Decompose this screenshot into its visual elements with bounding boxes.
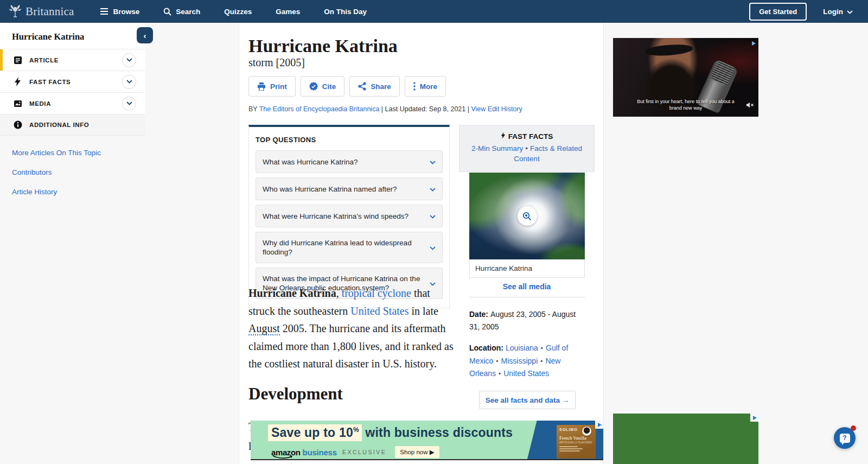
sidebar-item-additional-info[interactable]: ADDITIONAL INFO bbox=[0, 114, 145, 136]
search-icon bbox=[163, 8, 171, 16]
adchoices-icon[interactable] bbox=[749, 39, 757, 47]
britannica-logo[interactable]: Britannica bbox=[9, 4, 74, 19]
info-icon bbox=[13, 120, 22, 130]
amazon-banner-ad[interactable]: Save up to 10% with business discounts a… bbox=[251, 421, 603, 460]
more-dots-icon bbox=[413, 82, 416, 91]
sidebar-item-label: MEDIA bbox=[29, 100, 51, 107]
nav-browse[interactable]: Browse bbox=[100, 8, 139, 16]
question-item[interactable]: Why did Hurricane Katrina lead to widesp… bbox=[256, 232, 443, 263]
muted-speaker-icon[interactable] bbox=[746, 100, 754, 110]
dot-separator: • bbox=[496, 370, 503, 378]
share-button[interactable]: Share bbox=[349, 76, 400, 97]
see-all-media-link[interactable]: See all media bbox=[459, 282, 595, 291]
byline: BY The Editors of Encyclopaedia Britanni… bbox=[248, 105, 522, 113]
media-icon bbox=[13, 99, 22, 108]
lead-paragraph: Hurricane Katrina, tropical cyclone that… bbox=[248, 284, 456, 373]
tropical-cyclone-link[interactable]: tropical cyclone bbox=[342, 287, 411, 299]
sidebar-item-article[interactable]: ARTICLE bbox=[0, 49, 145, 71]
date-label: Date: bbox=[469, 310, 490, 319]
nav-games[interactable]: Games bbox=[276, 8, 300, 16]
hurricane-satellite-image[interactable] bbox=[469, 173, 585, 259]
byline-updated: | Last Updated: Sep 8, 2021 | bbox=[379, 105, 471, 113]
question-item[interactable]: Who was Hurricane Katrina named after? bbox=[256, 177, 443, 200]
video-ad[interactable]: But first in your heart, here to tell yo… bbox=[613, 38, 758, 117]
chevron-down-icon[interactable] bbox=[122, 97, 136, 111]
sidebar-item-media[interactable]: MEDIA bbox=[0, 92, 145, 114]
video-caption: But first in your heart, here to tell yo… bbox=[613, 98, 758, 111]
adchoices-icon[interactable] bbox=[595, 421, 603, 429]
menu-icon bbox=[100, 8, 108, 15]
location-label: Location: bbox=[469, 344, 506, 352]
sidebar-topic-title: Hurricane Katrina bbox=[0, 23, 145, 49]
product-name: French Vanilla bbox=[559, 435, 593, 441]
united-states-link[interactable]: United States bbox=[350, 305, 409, 317]
view-edit-history-link[interactable]: View Edit History bbox=[471, 105, 522, 113]
action-toolbar: Print Cite Share More bbox=[248, 76, 446, 97]
nav-on-this-day[interactable]: On This Day bbox=[324, 8, 367, 16]
exclusive-label: EXCLUSIVE bbox=[342, 449, 386, 455]
fast-facts-title: FAST FACTS bbox=[508, 132, 553, 141]
byline-author-link[interactable]: The Editors of Encyclopaedia Britannica bbox=[259, 105, 380, 113]
headline-text: Save up to 10 bbox=[271, 425, 353, 440]
get-started-button[interactable]: Get Started bbox=[749, 3, 807, 21]
chevron-down-icon[interactable] bbox=[122, 75, 136, 89]
location-link-louisiana[interactable]: Louisiana bbox=[506, 344, 538, 352]
location-block: Location: Louisiana•Gulf of Mexico•Missi… bbox=[469, 342, 586, 380]
august-dictionary-link[interactable]: August bbox=[248, 322, 280, 335]
cite-button[interactable]: Cite bbox=[301, 76, 345, 97]
login-label: Login bbox=[823, 8, 843, 16]
shop-now-button[interactable]: Shop now ▶ bbox=[395, 446, 439, 458]
chevron-down-icon bbox=[847, 8, 853, 16]
sidebar-links: More Articles On This Topic Contributors… bbox=[0, 136, 145, 196]
adchoices-icon[interactable] bbox=[750, 414, 758, 422]
bolt-icon bbox=[13, 77, 22, 86]
question-item[interactable]: What was Hurricane Katrina? bbox=[256, 150, 443, 173]
login-button[interactable]: Login bbox=[823, 8, 853, 16]
byline-prefix: BY bbox=[248, 105, 259, 113]
lead-text: in late bbox=[409, 305, 438, 317]
page: Britannica Browse Search Quizzes Games bbox=[0, 0, 868, 464]
brand-name: Britannica bbox=[25, 5, 74, 18]
media-caption: Hurricane Katrina bbox=[469, 259, 585, 278]
dot-separator: • bbox=[523, 144, 530, 152]
cite-badge-icon bbox=[309, 82, 318, 91]
action-label: Cite bbox=[322, 82, 336, 91]
nav-label: Quizzes bbox=[224, 8, 252, 16]
facts-summary: Date: August 23, 2005 - August 31, 2005 … bbox=[469, 308, 586, 390]
see-all-facts-button[interactable]: See all facts and data → bbox=[479, 391, 576, 409]
chevron-down-icon[interactable] bbox=[122, 53, 136, 67]
product-fine-print bbox=[559, 446, 593, 452]
sidebar-link-more-articles[interactable]: More Articles On This Topic bbox=[12, 149, 101, 157]
nav-right: Get Started Login bbox=[749, 3, 853, 21]
question-item[interactable]: What were Hurricane Katrina’s wind speed… bbox=[256, 205, 443, 227]
more-button[interactable]: More bbox=[405, 76, 446, 97]
divider bbox=[469, 297, 585, 297]
media-card[interactable]: Hurricane Katrina bbox=[469, 173, 585, 278]
location-link-united-states[interactable]: United States bbox=[503, 369, 549, 378]
nav-search[interactable]: Search bbox=[163, 8, 200, 16]
display-ad-green[interactable] bbox=[613, 414, 758, 464]
two-min-summary-link[interactable]: 2-Min Summary bbox=[471, 144, 523, 152]
chevron-down-icon bbox=[430, 184, 436, 194]
caption-line: brand new way bbox=[613, 105, 758, 111]
sidebar-link-article-history[interactable]: Article History bbox=[12, 188, 57, 196]
zoom-magnifier-icon[interactable] bbox=[518, 206, 537, 226]
headline-rest: with business discounts bbox=[362, 425, 513, 440]
chevron-down-icon bbox=[430, 157, 436, 167]
help-chat-button[interactable]: ? bbox=[834, 427, 856, 449]
top-navbar: Britannica Browse Search Quizzes Games bbox=[0, 0, 868, 23]
question-text: Why did Hurricane Katrina lead to widesp… bbox=[263, 238, 430, 257]
sidebar: Hurricane Katrina ‹ ARTICLE FAST FACTS bbox=[0, 23, 145, 196]
dot-separator: • bbox=[493, 358, 501, 365]
sidebar-collapse-button[interactable]: ‹ bbox=[137, 27, 153, 43]
article-icon bbox=[13, 55, 22, 65]
active-accent-bar bbox=[0, 49, 3, 71]
action-label: Share bbox=[371, 82, 391, 91]
nav-quizzes[interactable]: Quizzes bbox=[224, 8, 252, 16]
sidebar-item-fast-facts[interactable]: FAST FACTS bbox=[0, 71, 145, 92]
nav-items: Browse Search Quizzes Games On This Day bbox=[100, 8, 367, 16]
location-link-mississippi[interactable]: Mississippi bbox=[501, 357, 538, 365]
sidebar-link-contributors[interactable]: Contributors bbox=[12, 168, 52, 176]
print-button[interactable]: Print bbox=[248, 76, 296, 97]
nav-label: Games bbox=[276, 8, 300, 16]
